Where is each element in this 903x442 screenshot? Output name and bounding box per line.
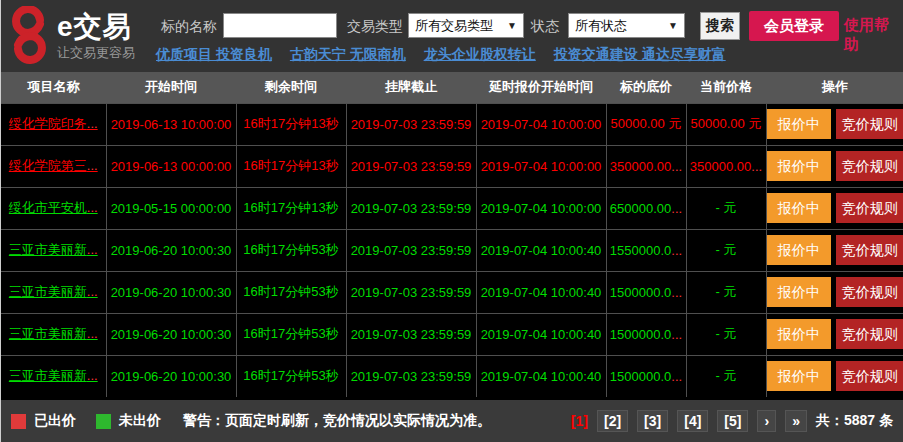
status-label: 状态 (531, 18, 559, 36)
bid-legend-swatch (11, 414, 26, 429)
column-header: 开始时间 (106, 72, 236, 103)
chevron-down-icon: ▼ (668, 20, 678, 31)
page-link-4[interactable]: [4] (677, 410, 708, 432)
truncation-ellipsis: ... (87, 368, 98, 383)
current-price-cell: - 元 (686, 229, 766, 271)
bidding-button[interactable]: 报价中 (767, 277, 831, 307)
nobid-legend-swatch (96, 414, 111, 429)
current-price-cell: 350000.00... (686, 145, 766, 187)
project-name-cell: 三亚市美丽新... (1, 313, 106, 355)
bidding-rules-button[interactable]: 竞价规则 (836, 151, 903, 181)
bidding-rules-button[interactable]: 竞价规则 (836, 193, 903, 223)
current-price-cell: 50000.00 元 (686, 103, 766, 145)
start-time-cell: 2019-06-20 10:00:30 (106, 229, 236, 271)
deadline-cell: 2019-07-03 23:59:59 (346, 145, 476, 187)
base-price-cell: 1500000.0... (606, 355, 686, 397)
truncation-ellipsis: ... (87, 326, 98, 341)
table-header-row: 项目名称开始时间剩余时间挂牌截止延时报价开始时间标的底价当前价格操作 (1, 72, 903, 103)
project-name-link[interactable]: 三亚市美丽新... (9, 326, 98, 341)
project-name-link[interactable]: 三亚市美丽新... (9, 284, 98, 299)
total-count: 共：5887 条 (816, 412, 893, 430)
page-next[interactable]: › (757, 410, 776, 432)
current-price-cell: - 元 (686, 187, 766, 229)
promo-link-4[interactable]: 投资交通建设 通达尽享财富 (554, 46, 726, 64)
bidding-button[interactable]: 报价中 (767, 235, 831, 265)
status-select[interactable]: 所有状态 ▼ (568, 13, 685, 38)
name-input[interactable] (223, 13, 337, 38)
bidding-button[interactable]: 报价中 (767, 319, 831, 349)
bidding-rules-button[interactable]: 竞价规则 (836, 109, 903, 139)
project-name-link[interactable]: 三亚市美丽新... (9, 242, 98, 257)
column-header: 挂牌截止 (346, 72, 476, 103)
column-header: 剩余时间 (236, 72, 346, 103)
table-row: 三亚市美丽新...2019-06-20 10:00:3016时17分钟53秒20… (1, 313, 903, 355)
bidding-button[interactable]: 报价中 (767, 109, 831, 139)
promo-link-3[interactable]: 龙头企业股权转让 (424, 46, 536, 64)
search-button[interactable]: 搜索 (700, 12, 740, 40)
type-select[interactable]: 所有交易类型 ▼ (408, 13, 524, 38)
logo[interactable]: e交易 让交易更容易 (7, 6, 135, 64)
truncation-ellipsis: ... (751, 159, 762, 174)
remaining-time-cell: 16时17分钟53秒 (236, 229, 346, 271)
page-link-5[interactable]: [5] (717, 410, 748, 432)
project-name-cell: 绥化学院第三... (1, 145, 106, 187)
deadline-cell: 2019-07-03 23:59:59 (346, 271, 476, 313)
truncation-ellipsis: ... (671, 327, 682, 342)
actions-cell: 报价中竞价规则 (766, 355, 903, 397)
start-time-cell: 2019-05-15 00:00:00 (106, 187, 236, 229)
actions-cell: 报价中竞价规则 (766, 103, 903, 145)
bidding-rules-button[interactable]: 竞价规则 (836, 361, 903, 391)
page-link-2[interactable]: [2] (597, 410, 628, 432)
deadline-cell: 2019-07-03 23:59:59 (346, 355, 476, 397)
truncation-ellipsis: ... (87, 284, 98, 299)
remaining-time-cell: 16时17分钟13秒 (236, 103, 346, 145)
delay-start-cell: 2019-07-04 10:00:00 (476, 103, 606, 145)
truncation-ellipsis: ... (87, 200, 98, 215)
project-name-cell: 三亚市美丽新... (1, 229, 106, 271)
table-head: 项目名称开始时间剩余时间挂牌截止延时报价开始时间标的底价当前价格操作 (1, 72, 903, 103)
truncation-ellipsis: ... (87, 158, 98, 173)
page-current[interactable]: [1] (571, 413, 588, 429)
start-time-cell: 2019-06-13 00:00:00 (106, 145, 236, 187)
table-row: 绥化学院第三...2019-06-13 00:00:0016时17分钟13秒20… (1, 145, 903, 187)
delay-start-cell: 2019-07-04 10:00:00 (476, 187, 606, 229)
deadline-cell: 2019-07-03 23:59:59 (346, 313, 476, 355)
member-login-button[interactable]: 会员登录 (749, 11, 839, 41)
chevron-down-icon: ▼ (507, 20, 517, 31)
project-name-link[interactable]: 绥化学院第三... (9, 158, 98, 173)
promo-link-2[interactable]: 古韵天宁 无限商机 (290, 46, 406, 64)
delay-start-cell: 2019-07-04 10:00:40 (476, 355, 606, 397)
start-time-cell: 2019-06-20 10:00:30 (106, 271, 236, 313)
bidding-rules-button[interactable]: 竞价规则 (836, 277, 903, 307)
header: e交易 让交易更容易 标的名称 交易类型 所有交易类型 ▼ 状态 所有状态 ▼ … (1, 0, 903, 72)
base-price-cell: 50000.00 元 (606, 103, 686, 145)
nobid-legend-label: 未出价 (119, 412, 161, 430)
project-name-link[interactable]: 绥化学院印务... (9, 116, 98, 131)
column-header: 标的底价 (606, 72, 686, 103)
page-link-3[interactable]: [3] (637, 410, 668, 432)
project-name-link[interactable]: 绥化市平安机... (9, 200, 98, 215)
deadline-cell: 2019-07-03 23:59:59 (346, 103, 476, 145)
deadline-cell: 2019-07-03 23:59:59 (346, 229, 476, 271)
promo-link-1[interactable]: 优质项目 投资良机 (156, 46, 272, 64)
column-header: 操作 (766, 72, 903, 103)
bidding-rules-button[interactable]: 竞价规则 (836, 235, 903, 265)
bidding-button[interactable]: 报价中 (767, 193, 831, 223)
project-name-cell: 绥化学院印务... (1, 103, 106, 145)
truncation-ellipsis: ... (87, 242, 98, 257)
actions-cell: 报价中竞价规则 (766, 187, 903, 229)
current-price-cell: - 元 (686, 313, 766, 355)
page-last[interactable]: » (785, 410, 807, 432)
actions-cell: 报价中竞价规则 (766, 145, 903, 187)
project-name-link[interactable]: 三亚市美丽新... (9, 368, 98, 383)
actions-cell: 报价中竞价规则 (766, 313, 903, 355)
bidding-button[interactable]: 报价中 (767, 361, 831, 391)
bidding-rules-button[interactable]: 竞价规则 (836, 319, 903, 349)
type-select-value: 所有交易类型 (415, 17, 493, 35)
logo-text: e交易 让交易更容易 (57, 6, 135, 62)
help-link[interactable]: 使用帮助 (844, 16, 903, 54)
page-links: [2][3][4][5] (597, 410, 749, 432)
truncation-ellipsis: ... (671, 159, 682, 174)
base-price-cell: 650000.00... (606, 187, 686, 229)
bidding-button[interactable]: 报价中 (767, 151, 831, 181)
